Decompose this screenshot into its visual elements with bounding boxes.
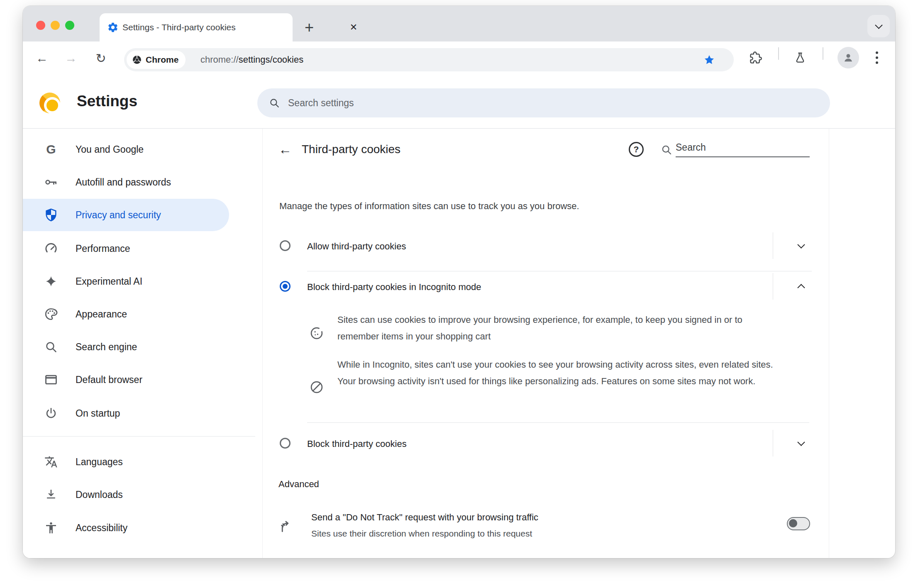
blocked-icon bbox=[309, 380, 324, 395]
cookie-icon bbox=[309, 326, 324, 341]
menu-three-dots-icon[interactable] bbox=[866, 47, 888, 68]
toolbar-divider bbox=[823, 47, 823, 60]
settings-header: Settings bbox=[23, 74, 895, 129]
browser-toolbar: ← → ↻ Chrome chrome://setting bbox=[23, 41, 895, 74]
chrome-canary-logo bbox=[39, 93, 60, 113]
download-icon bbox=[44, 487, 59, 502]
toggle-knob bbox=[789, 519, 797, 527]
radio-block-incognito[interactable] bbox=[280, 281, 291, 292]
chevron-down-icon bbox=[797, 241, 805, 248]
row-separator bbox=[773, 232, 773, 259]
sidebar-item-appearance[interactable]: Appearance bbox=[23, 298, 229, 330]
settings-title: Settings bbox=[77, 74, 137, 129]
help-icon[interactable]: ? bbox=[629, 142, 644, 157]
browser-window-icon bbox=[44, 372, 59, 387]
row-separator bbox=[773, 430, 773, 456]
expanded-detail-text: Sites can use cookies to improve your br… bbox=[337, 312, 786, 345]
option-row-block[interactable]: Block third-party cookies bbox=[263, 424, 829, 462]
sidebar-item-accessibility[interactable]: Accessibility bbox=[23, 512, 229, 544]
search-settings-input[interactable] bbox=[288, 98, 786, 109]
sidebar-item-languages[interactable]: Languages bbox=[23, 446, 229, 478]
section-divider bbox=[307, 422, 809, 423]
tab-close-icon[interactable]: ✕ bbox=[344, 13, 364, 41]
bookmark-star-icon[interactable] bbox=[703, 54, 715, 66]
dnt-toggle[interactable] bbox=[787, 517, 810, 530]
sidebar-item-performance[interactable]: Performance bbox=[23, 232, 229, 265]
experiments-flask-icon[interactable] bbox=[789, 47, 811, 68]
chrome-site-chip[interactable]: Chrome bbox=[127, 51, 186, 69]
option-label: Block third-party cookies in Incognito m… bbox=[307, 282, 481, 293]
chevron-up-icon bbox=[797, 284, 805, 291]
advanced-heading: Advanced bbox=[278, 479, 319, 490]
chevron-down-icon bbox=[875, 21, 882, 29]
collapse-block-incognito-button[interactable] bbox=[790, 276, 812, 297]
option-label: Allow third-party cookies bbox=[307, 241, 406, 252]
option-row-allow[interactable]: Allow third-party cookies bbox=[263, 227, 829, 265]
url-scheme: chrome:// bbox=[200, 54, 239, 65]
dnt-title: Send a "Do Not Track" request with your … bbox=[311, 512, 538, 523]
page-intro-text: Manage the types of information sites ca… bbox=[279, 201, 579, 212]
extensions-icon[interactable] bbox=[745, 47, 767, 68]
google-g-icon: G bbox=[44, 142, 59, 157]
radio-block[interactable] bbox=[280, 438, 291, 449]
sidebar-item-experimental-ai[interactable]: Experimental AI bbox=[23, 265, 229, 298]
speedometer-icon bbox=[44, 241, 59, 256]
palette-icon bbox=[44, 307, 59, 322]
sidebar-item-downloads[interactable]: Downloads bbox=[23, 478, 229, 511]
address-bar[interactable]: Chrome chrome://settings/cookies bbox=[124, 48, 734, 71]
magnifier-icon bbox=[44, 339, 59, 354]
dnt-subtitle: Sites use their discretion when respondi… bbox=[311, 529, 532, 539]
shield-icon bbox=[44, 207, 59, 222]
expanded-detail-text: While in Incognito, sites can't use your… bbox=[337, 356, 790, 390]
page-search-input[interactable] bbox=[676, 142, 810, 157]
option-label: Block third-party cookies bbox=[307, 439, 407, 449]
back-button[interactable]: ← bbox=[31, 47, 53, 69]
expand-block-button[interactable] bbox=[790, 432, 812, 454]
key-icon bbox=[44, 175, 59, 190]
chip-label: Chrome bbox=[146, 55, 178, 65]
sidebar-item-you-and-google[interactable]: G You and Google bbox=[23, 133, 229, 166]
sidebar-item-on-startup[interactable]: On startup bbox=[23, 397, 229, 429]
settings-sidebar: G You and Google Autofill and passwords bbox=[23, 129, 263, 558]
radio-allow[interactable] bbox=[280, 240, 291, 251]
tab-title-fade bbox=[237, 17, 266, 38]
new-tab-button[interactable]: + bbox=[298, 13, 321, 41]
reload-button[interactable]: ↻ bbox=[90, 47, 112, 69]
chrome-logo-icon bbox=[132, 54, 142, 65]
tab-strip: Settings - Third-party cookies ✕ + bbox=[23, 6, 895, 41]
search-icon bbox=[269, 98, 280, 108]
zoom-window-button[interactable] bbox=[65, 21, 74, 30]
sidebar-divider bbox=[23, 436, 255, 437]
browser-window: Settings - Third-party cookies ✕ + ← → ↻ bbox=[23, 6, 895, 558]
do-not-track-icon bbox=[279, 519, 294, 534]
page-title: Third-party cookies bbox=[302, 143, 400, 156]
search-settings-box[interactable] bbox=[257, 88, 830, 117]
gear-favicon-icon bbox=[107, 22, 119, 33]
dnt-row: Send a "Do Not Track" request with your … bbox=[263, 502, 829, 552]
expand-allow-button[interactable] bbox=[790, 235, 812, 256]
url-text[interactable]: chrome://settings/cookies bbox=[200, 48, 303, 71]
minimize-window-button[interactable] bbox=[51, 21, 60, 30]
page-back-button[interactable]: ← bbox=[274, 139, 296, 160]
url-path: settings/cookies bbox=[239, 54, 304, 65]
sidebar-item-autofill[interactable]: Autofill and passwords bbox=[23, 166, 229, 198]
profile-avatar[interactable] bbox=[837, 47, 859, 68]
row-separator bbox=[773, 273, 773, 300]
tab-settings[interactable]: Settings - Third-party cookies ✕ bbox=[100, 13, 293, 41]
translate-icon bbox=[44, 454, 59, 469]
sidebar-item-default-browser[interactable]: Default browser bbox=[23, 364, 229, 396]
sparkle-icon bbox=[44, 274, 59, 289]
tab-search-button[interactable] bbox=[867, 15, 890, 37]
toolbar-divider bbox=[778, 47, 779, 60]
accessibility-icon bbox=[44, 520, 59, 535]
option-row-block-incognito[interactable]: Block third-party cookies in Incognito m… bbox=[263, 267, 829, 305]
sidebar-item-search-engine[interactable]: Search engine bbox=[23, 331, 229, 363]
close-window-button[interactable] bbox=[36, 21, 45, 30]
page-search-icon bbox=[661, 144, 672, 156]
chevron-down-icon bbox=[797, 438, 805, 446]
power-icon bbox=[44, 406, 59, 421]
third-party-cookies-page: ← Third-party cookies ? Manage the types… bbox=[263, 129, 829, 558]
forward-button[interactable]: → bbox=[60, 47, 82, 69]
sidebar-item-privacy-and-security[interactable]: Privacy and security bbox=[23, 199, 229, 231]
